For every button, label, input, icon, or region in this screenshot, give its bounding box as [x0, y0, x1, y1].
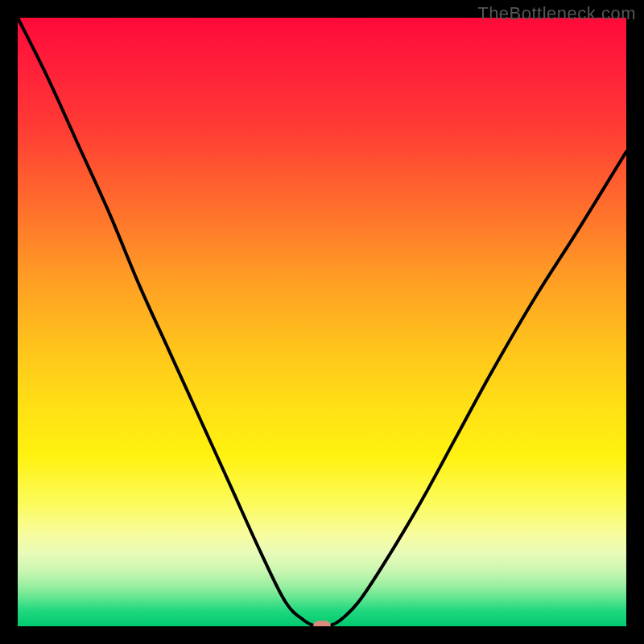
watermark-text: TheBottleneck.com: [477, 3, 636, 24]
chart-frame: TheBottleneck.com: [0, 0, 644, 644]
optimal-marker: [313, 621, 331, 626]
plot-area: [18, 18, 626, 626]
bottleneck-curve: [18, 18, 626, 626]
